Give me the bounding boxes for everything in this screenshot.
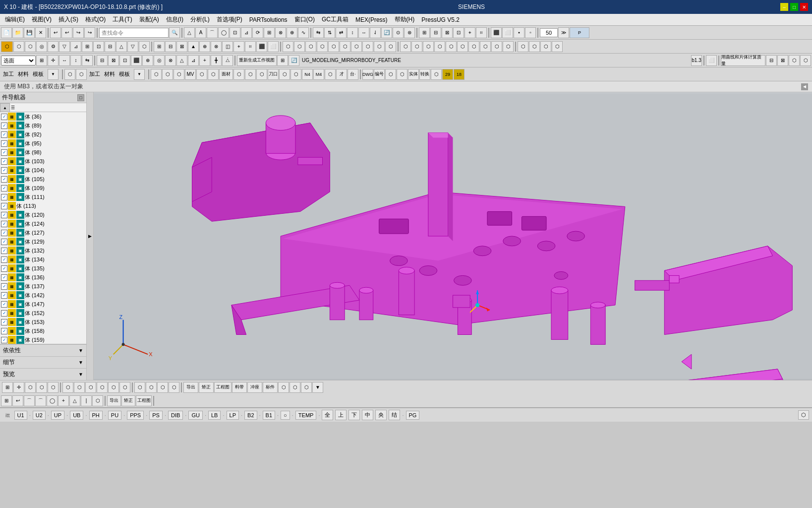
bt-13[interactable]: ⬡	[146, 382, 157, 393]
tb2-29[interactable]: ⬡	[328, 41, 339, 52]
tb3-end3[interactable]: ⬡	[789, 55, 800, 66]
tree-item-120[interactable]: ✓▦▣体 (120)	[0, 210, 86, 219]
tb2-7[interactable]: ⊿	[70, 41, 81, 52]
tb4-down2[interactable]: ▼	[134, 69, 145, 80]
tb3-9[interactable]: ⬛	[131, 55, 142, 66]
tree-check-153[interactable]: ✓	[1, 319, 7, 325]
panel-section-details[interactable]: 细节 ▼	[0, 356, 86, 368]
tb-btn-26[interactable]: ⌗	[476, 27, 487, 38]
tree-check-142[interactable]: ✓	[1, 292, 7, 299]
tb-btn-19[interactable]: ⊙	[393, 27, 404, 38]
bt-2[interactable]: ✛	[13, 382, 24, 393]
tb3-end4[interactable]: ⬡	[800, 55, 811, 66]
maximize-button[interactable]: □	[790, 3, 798, 11]
tb-btn-23[interactable]: ⊠	[442, 27, 453, 38]
menu-item-insert[interactable]: 插入(S)	[56, 14, 81, 25]
tb4-n18[interactable]: 18	[454, 69, 464, 80]
tb3-regen[interactable]: 重新生成工作视图	[237, 55, 277, 66]
redo2-button[interactable]: ↪	[84, 27, 95, 38]
minimize-button[interactable]: –	[780, 3, 788, 11]
tb2-9[interactable]: ⊡	[93, 41, 104, 52]
tb2-46[interactable]: ⬡	[529, 41, 540, 52]
tb3-11[interactable]: ◎	[154, 55, 165, 66]
tree-check-135[interactable]: ✓	[1, 265, 7, 272]
tb2-30[interactable]: ⬡	[340, 41, 350, 52]
menu-item-help[interactable]: 帮助(H)	[392, 14, 418, 25]
tb4-17[interactable]: ⬡	[431, 69, 442, 80]
bt-15[interactable]: ⬡	[169, 382, 179, 393]
tb4-n4[interactable]: N4	[302, 69, 313, 80]
tree-check-132[interactable]: ✓	[1, 248, 7, 254]
save-button[interactable]: 💾	[24, 27, 35, 38]
tree-item-136[interactable]: ✓▦▣体 (136)	[0, 273, 86, 282]
tree-item-147[interactable]: ✓▦▣体 (147)	[0, 300, 86, 309]
tb2-3[interactable]: ⬡	[25, 41, 36, 52]
tb-btn-16[interactable]: ↔	[358, 27, 369, 38]
dt-2[interactable]: ⌒	[24, 395, 35, 406]
tb2-16[interactable]: ⊠	[176, 41, 187, 52]
tb2-18[interactable]: ⊕	[199, 41, 210, 52]
menu-item-assembly[interactable]: 装配(A)	[136, 14, 162, 25]
status-lb[interactable]: LB	[208, 411, 221, 420]
tree-item-135[interactable]: ✓▦▣体 (135)	[0, 264, 86, 273]
tree-item-134[interactable]: ✓▦▣体 (134)	[0, 255, 86, 264]
tb3-3[interactable]: ↔	[59, 55, 70, 66]
tb-cube2[interactable]: ⬜	[502, 27, 513, 38]
tb2-10[interactable]: ⊟	[105, 41, 116, 52]
tb4-9[interactable]: ⬡	[233, 69, 244, 80]
dt-8[interactable]: ⬡	[92, 395, 103, 406]
tb4-table[interactable]: 台·	[348, 69, 358, 80]
tree-check-36[interactable]: ✓	[1, 114, 7, 120]
status-circle[interactable]: ○	[281, 411, 290, 420]
status-middle[interactable]: 中	[362, 410, 373, 420]
tb4-3[interactable]: ⬡	[151, 69, 162, 80]
tree-check-89[interactable]: ✓	[1, 123, 7, 129]
bt-10[interactable]: ⬡	[108, 382, 119, 393]
tree-item-98[interactable]: ✓▦▣体 (98)	[0, 148, 86, 157]
undo-button[interactable]: ↩	[50, 27, 61, 38]
menu-item-window[interactable]: 窗口(O)	[291, 14, 318, 25]
tb-more-1[interactable]: ≫	[558, 27, 569, 38]
tb-btn-24[interactable]: ⊡	[453, 27, 464, 38]
bt-drawing[interactable]: 工程图	[214, 382, 232, 393]
bt-19[interactable]: ▼	[312, 382, 323, 393]
dt-5[interactable]: +	[58, 395, 69, 406]
tree-item-137[interactable]: ✓▦▣体 (137)	[0, 282, 86, 291]
bt-export[interactable]: 导出	[183, 382, 198, 393]
bt-1[interactable]: ⊞	[2, 382, 13, 393]
tb4-1[interactable]: ⬡	[64, 69, 75, 80]
viewport[interactable]: Z X Y	[94, 92, 812, 380]
tb2-20[interactable]: ◫	[222, 41, 233, 52]
tb-btn-8[interactable]: ⊞	[264, 27, 275, 38]
tb2-33[interactable]: ⬡	[374, 41, 385, 52]
tb-btn-20[interactable]: ⊛	[404, 27, 415, 38]
menu-item-format[interactable]: 格式(O)	[82, 14, 109, 25]
tb2-27[interactable]: ⬡	[305, 41, 316, 52]
tb2-35[interactable]: ⬡	[400, 41, 411, 52]
dt-7[interactable]: |	[81, 395, 92, 406]
zoom-input[interactable]: 50	[540, 28, 558, 37]
status-lp[interactable]: LP	[227, 411, 239, 420]
tb2-23[interactable]: ⬛	[256, 41, 267, 52]
menu-item-preferences[interactable]: 首选项(P)	[214, 14, 245, 25]
tb4-13[interactable]: ⬡	[290, 69, 301, 80]
close-button[interactable]: ✕	[800, 3, 808, 11]
status-pps[interactable]: PPS	[127, 411, 144, 420]
tb4-z[interactable]: 才	[336, 69, 347, 80]
tb-btn-15[interactable]: ↕	[347, 27, 358, 38]
bt-18[interactable]: ⬡	[301, 382, 312, 393]
tb-view-btn[interactable]: P	[570, 27, 589, 38]
tree-check-158[interactable]: ✓	[1, 328, 7, 334]
tree-check-147[interactable]: ✓	[1, 301, 7, 308]
bt-5[interactable]: ⬡	[48, 382, 58, 393]
new-button[interactable]: 📄	[1, 27, 12, 38]
bt-4[interactable]: ⬡	[36, 382, 47, 393]
tb2-1[interactable]: ⬡	[1, 41, 13, 52]
bt-17[interactable]: ⬡	[290, 382, 300, 393]
tree-check-92[interactable]: ✓	[1, 131, 7, 138]
tb4-knife[interactable]: 刀口	[268, 69, 279, 80]
bt-7[interactable]: ⬡	[74, 382, 85, 393]
tb-cube3[interactable]: ▪	[514, 27, 524, 38]
tb2-19[interactable]: ⊗	[211, 41, 222, 52]
tree-check-159[interactable]: ✓	[1, 337, 7, 343]
